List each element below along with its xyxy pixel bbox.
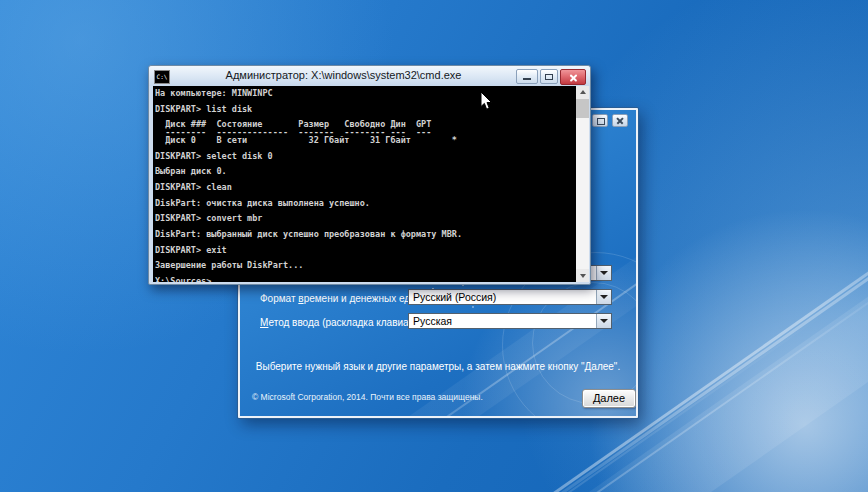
console-line: Выбран диск 0. (155, 166, 576, 174)
combobox-arrow-button[interactable] (596, 266, 611, 280)
console-scrollbar[interactable] (576, 86, 589, 282)
mouse-cursor (480, 92, 493, 111)
scrollbar-thumb[interactable] (576, 99, 589, 118)
setup-minimize-button[interactable] (592, 114, 608, 127)
chevron-down-icon (600, 319, 608, 323)
desktop-background: Формат времени и денежных единиц: Русски… (0, 0, 868, 492)
setup-close-button[interactable] (612, 114, 628, 127)
console-line: X:\Sources> (155, 276, 576, 282)
console-line: -------- -------------- ------- --------… (155, 127, 576, 135)
console-text: На компьютере: MINWINPCDISKPART> list di… (155, 88, 576, 282)
minimize-icon (523, 78, 531, 80)
scroll-down-button[interactable] (576, 269, 589, 282)
console-line: DISKPART> convert mbr (155, 213, 576, 221)
arrow-up-icon (580, 90, 586, 94)
minimize-icon (597, 118, 605, 125)
cmd-maximize-button[interactable] (540, 69, 558, 84)
console-line: DISKPART> list disk (155, 104, 576, 112)
console-line: DISKPART> exit (155, 245, 576, 253)
time-format-combobox[interactable]: Русский (Россия) (408, 289, 612, 305)
console-line: DISKPART> select disk 0 (155, 151, 576, 159)
arrow-down-icon (580, 274, 586, 278)
instruction-text: Выберите нужный язык и другие параметры,… (240, 361, 636, 372)
combobox-arrow-button[interactable] (596, 290, 611, 304)
console-line: DiskPart: выбранный диск успешно преобра… (155, 229, 576, 237)
copyright-text: © Microsoft Corporation, 2014. Почти все… (252, 392, 483, 402)
combobox-arrow-button[interactable] (596, 314, 611, 328)
chevron-down-icon (600, 271, 608, 275)
console-line: DiskPart: очистка диска выполнена успешн… (155, 198, 576, 206)
input-method-combobox-value: Русская (413, 315, 452, 327)
time-format-combobox-value: Русский (Россия) (413, 291, 496, 303)
maximize-icon (545, 74, 553, 80)
console-line: Завершение работы DiskPart... (155, 260, 576, 268)
scroll-up-button[interactable] (576, 86, 589, 99)
next-button[interactable]: Далее (582, 389, 636, 408)
chevron-down-icon (600, 295, 608, 299)
cmd-title-bar[interactable]: C:\ Администратор: X:\windows\system32\c… (149, 66, 590, 86)
cmd-window: C:\ Администратор: X:\windows\system32\c… (148, 65, 591, 285)
console-line: Диск ### Состояние Размер Свободно Дин G… (155, 119, 576, 127)
cmd-minimize-button[interactable] (516, 69, 538, 84)
input-method-combobox[interactable]: Русская (408, 313, 612, 329)
console-line: На компьютере: MINWINPC (155, 88, 576, 96)
console-line: Диск 0 В сети 32 Гбайт 31 Гбайт * (155, 135, 576, 143)
cmd-close-button[interactable] (560, 69, 586, 85)
console-line: DISKPART> clean (155, 182, 576, 190)
console-output: На компьютере: MINWINPCDISKPART> list di… (153, 86, 589, 282)
